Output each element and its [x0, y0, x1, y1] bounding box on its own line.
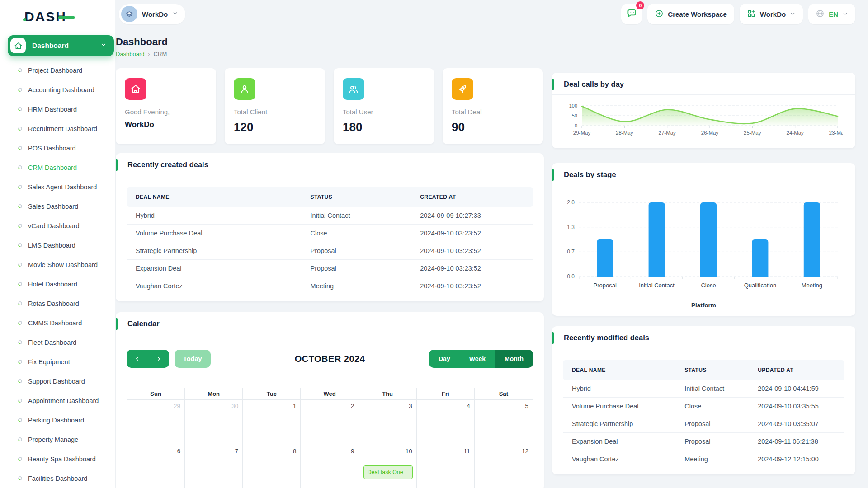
chevron-right-icon: [156, 356, 162, 362]
sidebar-item-label: Property Manage: [28, 435, 78, 444]
language-label: EN: [829, 10, 838, 18]
sidebar-item-cmms-dashboard[interactable]: CMMS Dashboard: [18, 319, 102, 328]
create-workspace-button[interactable]: Create Workspace: [647, 4, 734, 24]
calendar-view-day[interactable]: Day: [429, 350, 460, 368]
bullet-icon: [17, 398, 23, 404]
sidebar-item-lms-dashboard[interactable]: LMS Dashboard: [18, 241, 102, 250]
bullet-icon: [17, 203, 23, 209]
sidebar-item-label: Fleet Dashboard: [28, 338, 76, 347]
sidebar-item-support-dashboard[interactable]: Support Dashboard: [18, 377, 102, 386]
svg-text:0.7: 0.7: [567, 249, 575, 255]
sidebar-dashboard-toggle[interactable]: Dashboard: [8, 35, 114, 56]
calendar-day-cell[interactable]: 10Deal task One: [359, 445, 417, 488]
sidebar-item-accounting-dashboard[interactable]: Accounting Dashboard: [18, 85, 102, 94]
recently-created-deals-table: DEAL NAMESTATUSCREATED AT HybridInitial …: [127, 187, 533, 295]
calendar-event[interactable]: Deal task One: [363, 465, 413, 479]
sidebar-item-label: LMS Dashboard: [28, 241, 75, 250]
workspace-menu[interactable]: WorkDo: [740, 4, 803, 24]
building-icon: [121, 6, 137, 22]
calendar-day-cell[interactable]: 6: [127, 445, 185, 488]
users-icon: [343, 78, 364, 100]
chat-icon: [627, 8, 637, 20]
stat-card-total-client: Total Client 120: [225, 68, 325, 144]
calendar-day-cell[interactable]: 2: [301, 400, 359, 445]
svg-text:Initial Contact: Initial Contact: [639, 282, 675, 289]
sidebar-item-label: Facilities Dashboard: [28, 474, 87, 483]
calendar-day-cell[interactable]: 4: [417, 400, 475, 445]
sidebar-item-crm-dashboard[interactable]: CRM Dashboard: [18, 163, 102, 172]
calendar-day-cell[interactable]: 29: [127, 400, 185, 445]
sidebar-item-property-manage[interactable]: Property Manage: [18, 435, 102, 444]
sidebar-item-sales-agent-dashboard[interactable]: Sales Agent Dashboard: [18, 183, 102, 192]
table-header-cell: UPDATED AT: [749, 360, 844, 380]
table-cell: Strategic Partnership: [127, 242, 302, 260]
svg-text:23-May: 23-May: [829, 130, 843, 136]
sidebar-item-appointment-dashboard[interactable]: Appointment Dashboard: [18, 396, 102, 405]
bullet-icon: [17, 223, 23, 229]
sidebar-item-label: Support Dashboard: [28, 377, 85, 386]
workspace-chip[interactable]: WorkDo: [119, 4, 185, 24]
bullet-icon: [17, 281, 23, 287]
calendar-card: Calendar Today OCTOBER 2024 Day: [116, 312, 544, 488]
sidebar-item-label: vCard Dashboard: [28, 221, 80, 230]
bullet-icon: [17, 262, 23, 267]
calendar-day-cell[interactable]: 30: [185, 400, 243, 445]
calendar-day-cell[interactable]: 9: [301, 445, 359, 488]
calendar-prev-button[interactable]: [127, 350, 148, 368]
calendar-day-cell[interactable]: 7: [185, 445, 243, 488]
calendar-day-cell[interactable]: 12: [475, 445, 533, 488]
sidebar-item-pos-dashboard[interactable]: POS Dashboard: [18, 144, 102, 153]
calendar-view-week[interactable]: Week: [460, 350, 495, 368]
calendar-today-button[interactable]: Today: [175, 350, 211, 368]
table-cell: Proposal: [675, 415, 749, 433]
table-cell: Volume Purchase Deal: [127, 225, 302, 242]
bullet-icon: [17, 164, 23, 170]
messages-button[interactable]: 0: [621, 4, 642, 24]
calendar-day-cell[interactable]: 3: [359, 400, 417, 445]
calendar-grid: SunMonTueWedThuFriSat293012345678910Deal…: [127, 388, 533, 488]
stat-label: Good Evening,: [125, 108, 207, 116]
sidebar-item-label: Project Dashboard: [28, 66, 82, 75]
language-selector[interactable]: EN: [808, 4, 855, 24]
calendar-day-cell[interactable]: 8: [243, 445, 301, 488]
table-row: Strategic PartnershipProposal2024-09-10 …: [127, 242, 533, 260]
stat-value: 90: [452, 120, 534, 134]
top-header: WorkDo 0 Create Workspace: [116, 0, 855, 28]
sidebar-item-label: CRM Dashboard: [28, 163, 77, 172]
sidebar-item-facilities-dashboard[interactable]: Facilities Dashboard: [18, 474, 102, 483]
calendar-next-button[interactable]: [148, 350, 169, 368]
calendar-day-number: 6: [127, 445, 184, 455]
table-row: Volume Purchase DealClose2024-09-10 03:2…: [127, 225, 533, 242]
sidebar-item-sales-dashboard[interactable]: Sales Dashboard: [18, 202, 102, 211]
chevron-left-icon: [134, 356, 141, 362]
svg-text:2.0: 2.0: [567, 199, 575, 206]
stat-value: 120: [234, 120, 316, 134]
table-cell: Initial Contact: [302, 207, 411, 225]
sidebar-item-parking-dashboard[interactable]: Parking Dashboard: [18, 416, 102, 425]
calendar-day-cell[interactable]: 5: [475, 400, 533, 445]
sidebar-item-beauty-spa-dashboard[interactable]: Beauty Spa Dashboard: [18, 455, 102, 464]
sidebar-item-label: Hotel Dashboard: [28, 280, 77, 289]
stat-label: Total Client: [234, 108, 316, 116]
calendar-view-month[interactable]: Month: [495, 350, 533, 368]
bullet-icon: [17, 145, 23, 151]
calendar-day-cell[interactable]: 1: [243, 400, 301, 445]
sidebar-item-fix-equipment[interactable]: Fix Equipment: [18, 357, 102, 366]
calendar-day-cell[interactable]: 11: [417, 445, 475, 488]
bullet-icon: [17, 456, 23, 462]
sidebar-item-recruitment-dashboard[interactable]: Recruitment Dashboard: [18, 124, 102, 133]
app-logo[interactable]: DASH: [24, 9, 66, 24]
svg-text:25-May: 25-May: [744, 130, 761, 136]
table-header-cell: STATUS: [302, 187, 411, 207]
sidebar-item-rotas-dashboard[interactable]: Rotas Dashboard: [18, 299, 102, 308]
sidebar-item-hrm-dashboard[interactable]: HRM Dashboard: [18, 105, 102, 114]
sidebar-item-project-dashboard[interactable]: Project Dashboard: [18, 66, 102, 75]
sidebar-item-fleet-dashboard[interactable]: Fleet Dashboard: [18, 338, 102, 347]
table-cell: Initial Contact: [675, 380, 749, 398]
sidebar-item-hotel-dashboard[interactable]: Hotel Dashboard: [18, 280, 102, 289]
breadcrumb-dashboard-link[interactable]: Dashboard: [116, 51, 145, 57]
sidebar-item-movie-show-dashboard[interactable]: Movie Show Dashboard: [18, 260, 102, 269]
sidebar-item-vcard-dashboard[interactable]: vCard Dashboard: [18, 221, 102, 230]
calendar-day-number: 3: [359, 400, 416, 409]
logo-dash-accent: [58, 16, 75, 19]
